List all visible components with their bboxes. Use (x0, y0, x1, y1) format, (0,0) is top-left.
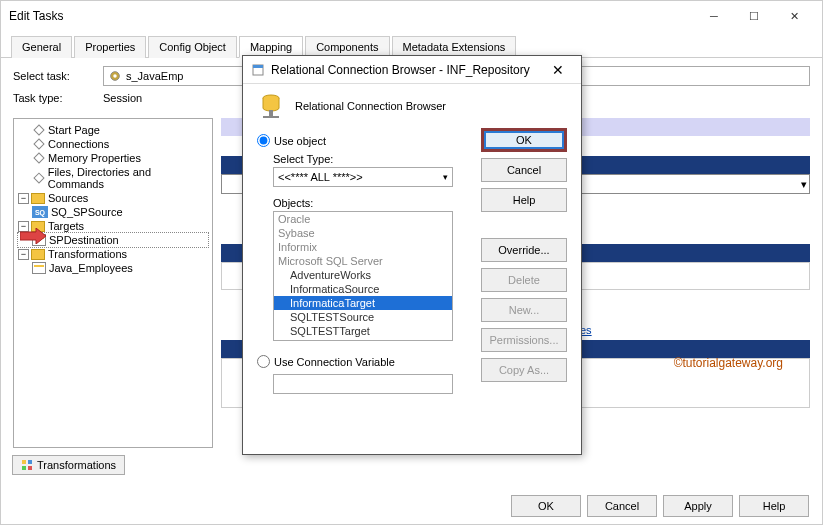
tree-files-directories[interactable]: Files, Directories and Commands (18, 165, 208, 191)
diamond-icon (33, 124, 44, 135)
svg-rect-4 (22, 466, 26, 470)
diamond-icon (33, 138, 44, 149)
select-type-label: Select Type: (273, 153, 471, 165)
modal-header-text: Relational Connection Browser (295, 100, 446, 112)
use-object-radio[interactable] (257, 134, 270, 147)
ok-button[interactable]: OK (511, 495, 581, 517)
window-title: Edit Tasks (9, 9, 694, 23)
database-icon (257, 92, 285, 120)
cancel-button[interactable]: Cancel (587, 495, 657, 517)
tree-transformations[interactable]: −Transformations (18, 247, 208, 261)
tree-memory-properties[interactable]: Memory Properties (18, 151, 208, 165)
relational-connection-browser-dialog: Relational Connection Browser - INF_Repo… (242, 55, 582, 455)
navigation-tree[interactable]: Start Page Connections Memory Properties… (13, 118, 213, 448)
folder-icon (31, 193, 45, 204)
folder-icon (31, 249, 45, 260)
watermark: ©tutorialgateway.org (674, 356, 783, 370)
browser-icon (251, 63, 265, 77)
modal-button-panel: OK Cancel Help Override... Delete New...… (481, 128, 567, 394)
list-item[interactable]: SQLTESTTarget (274, 324, 452, 338)
modal-titlebar: Relational Connection Browser - INF_Repo… (243, 56, 581, 84)
objects-label: Objects: (273, 197, 471, 209)
modal-title: Relational Connection Browser - INF_Repo… (271, 63, 543, 77)
diamond-icon (33, 152, 44, 163)
arrow-callout-icon (20, 228, 46, 244)
table-icon (32, 262, 46, 274)
use-connection-variable-label: Use Connection Variable (274, 356, 395, 368)
tree-sources[interactable]: −Sources (18, 191, 208, 205)
tree-spdestination[interactable]: SPDestination (18, 233, 208, 247)
chevron-down-icon: ▾ (443, 172, 448, 182)
gear-icon (108, 69, 122, 83)
collapse-icon[interactable]: − (18, 193, 29, 204)
modal-header: Relational Connection Browser (243, 84, 581, 128)
list-item-selected[interactable]: InformaticaTarget (274, 296, 452, 310)
use-connection-variable-radio[interactable] (257, 355, 270, 368)
sql-icon: SQ (32, 206, 48, 218)
modal-cancel-button[interactable]: Cancel (481, 158, 567, 182)
copy-as-button[interactable]: Copy As... (481, 358, 567, 382)
svg-rect-7 (253, 65, 263, 68)
modal-help-button[interactable]: Help (481, 188, 567, 212)
help-button[interactable]: Help (739, 495, 809, 517)
tree-start-page[interactable]: Start Page (18, 123, 208, 137)
diamond-icon (33, 172, 44, 183)
minimize-button[interactable]: ─ (694, 2, 734, 30)
list-item[interactable]: Informix (274, 240, 452, 254)
window-controls: ─ ☐ ✕ (694, 2, 814, 30)
connection-variable-input[interactable] (273, 374, 453, 394)
tree-targets[interactable]: −Targets (18, 219, 208, 233)
collapse-icon[interactable]: − (18, 249, 29, 260)
objects-listbox[interactable]: Oracle Sybase Informix Microsoft SQL Ser… (273, 211, 453, 341)
close-button[interactable]: ✕ (774, 2, 814, 30)
tree-sq-spsource[interactable]: SQSQ_SPSource (18, 205, 208, 219)
tab-properties[interactable]: Properties (74, 36, 146, 58)
modal-ok-button[interactable]: OK (481, 128, 567, 152)
tab-config-object[interactable]: Config Object (148, 36, 237, 58)
new-button[interactable]: New... (481, 298, 567, 322)
select-type-dropdown[interactable]: <<**** ALL ****>> ▾ (273, 167, 453, 187)
tab-transformations-bottom[interactable]: Transformations (12, 455, 125, 475)
svg-rect-3 (28, 460, 32, 464)
apply-button[interactable]: Apply (663, 495, 733, 517)
modal-left-panel: Use object Select Type: <<**** ALL ****>… (257, 128, 471, 394)
tree-java-employees[interactable]: Java_Employees (18, 261, 208, 275)
bottom-tabs: Transformations (12, 455, 125, 475)
list-item[interactable]: SQLTESTSource (274, 310, 452, 324)
tree-connections[interactable]: Connections (18, 137, 208, 151)
main-titlebar: Edit Tasks ─ ☐ ✕ (1, 1, 822, 31)
override-button[interactable]: Override... (481, 238, 567, 262)
svg-rect-9 (269, 110, 273, 116)
footer-buttons: OK Cancel Apply Help (511, 495, 809, 517)
task-name: s_JavaEmp (126, 70, 183, 82)
use-object-label: Use object (274, 135, 326, 147)
gear-icon (21, 459, 33, 471)
list-item[interactable]: InformaticaSource (274, 282, 452, 296)
svg-rect-10 (263, 116, 279, 118)
modal-close-button[interactable]: ✕ (543, 62, 573, 78)
task-type-label: Task type: (13, 92, 103, 104)
permissions-button[interactable]: Permissions... (481, 328, 567, 352)
list-item[interactable]: Sybase (274, 226, 452, 240)
svg-point-1 (113, 74, 117, 78)
list-item[interactable]: Microsoft SQL Server (274, 254, 452, 268)
svg-rect-5 (28, 466, 32, 470)
delete-button[interactable]: Delete (481, 268, 567, 292)
list-item[interactable]: Oracle (274, 212, 452, 226)
select-task-label: Select task: (13, 70, 103, 82)
maximize-button[interactable]: ☐ (734, 2, 774, 30)
tab-general[interactable]: General (11, 36, 72, 58)
svg-rect-2 (22, 460, 26, 464)
list-item[interactable]: AdventureWorks (274, 268, 452, 282)
chevron-down-icon: ▾ (801, 178, 807, 191)
